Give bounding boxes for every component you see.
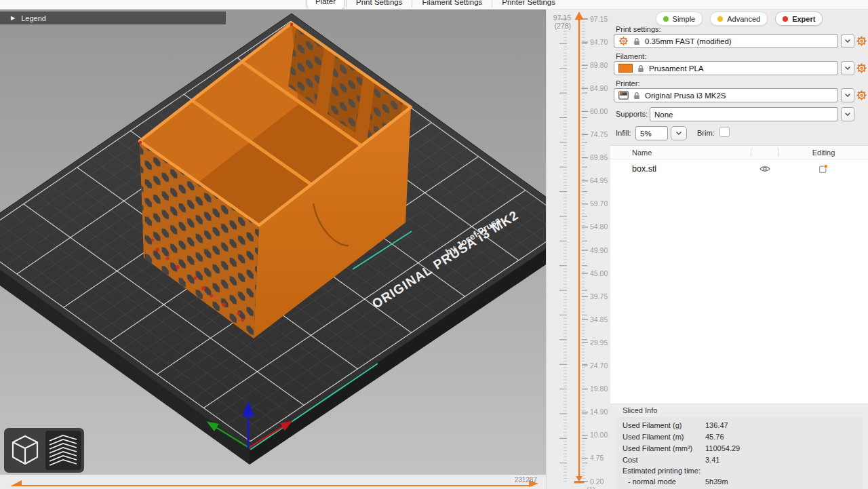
tab-plater[interactable]: Plater	[307, 0, 344, 9]
print-settings-dropdown-button[interactable]	[841, 34, 854, 48]
move-slider-strip: 231287	[0, 475, 546, 489]
layer-tick-label: 49.90	[590, 246, 608, 254]
lock-icon	[633, 37, 640, 45]
layer-slider-track[interactable]: 97.1594.7089.8084.9080.0074.7569.8564.95…	[547, 9, 611, 489]
view-3d-button[interactable]	[7, 431, 43, 470]
object-name: box.stl	[610, 164, 751, 174]
supports-label: Supports:	[616, 110, 648, 118]
legend-expand-icon[interactable]: ▶	[11, 15, 15, 21]
gear-icon	[618, 36, 629, 46]
gear-icon	[856, 90, 867, 101]
printer-gear-button[interactable]	[856, 90, 867, 101]
layer-slider[interactable]: 97.1594.7089.8084.9080.0074.7569.8564.95…	[546, 9, 611, 489]
object-table-header: Name Editing	[610, 146, 868, 159]
infill-value: 5%	[640, 130, 652, 138]
mode-switcher: SimpleAdvancedExpert	[610, 12, 868, 26]
mode-button-simple[interactable]: Simple	[656, 12, 703, 26]
chevron-down-icon	[845, 66, 850, 70]
print-settings-gear-button[interactable]	[856, 35, 867, 47]
supports-combo[interactable]: None	[650, 107, 838, 121]
printer-icon	[618, 91, 629, 100]
chevron-down-icon	[845, 94, 850, 97]
layer-tick-label: 45.00	[590, 269, 608, 277]
tab-separator	[492, 0, 492, 7]
filament-gear-button[interactable]	[856, 62, 867, 74]
tab-print-settings[interactable]: Print Settings	[348, 0, 410, 9]
tab-strip: PlaterPrint SettingsFilament SettingsPri…	[307, 0, 564, 9]
layer-tick-label: 39.75	[590, 292, 608, 300]
sliced-info-row: Used Filament (mm³)110054.29	[616, 442, 863, 454]
settings-panel: SimpleAdvancedExpert Print settings: 0.3…	[610, 9, 868, 489]
filament-label: Filament:	[616, 52, 646, 60]
object-table: Name Editing box.stl	[610, 145, 868, 404]
mode-dot-icon	[783, 16, 788, 22]
layer-tick-label: 59.70	[590, 199, 608, 208]
layer-slider-bottom-handle[interactable]	[576, 476, 583, 482]
filament-color-swatch	[618, 64, 633, 73]
chevron-down-icon	[845, 113, 850, 116]
chevron-down-icon	[845, 39, 850, 43]
layer-tick-label: 14.90	[590, 408, 608, 416]
filament-value: Prusament PLA	[649, 64, 704, 73]
layer-tick-label: 34.85	[590, 315, 608, 324]
viewport-3d[interactable]: ORIGINAL PRUSA i3 MK2 by Josef Prusa	[0, 9, 546, 475]
view-layers-button[interactable]	[45, 431, 81, 470]
mode-button-expert[interactable]: Expert	[775, 12, 823, 26]
sliced-info-title: Sliced Info	[623, 406, 657, 414]
printer-value: Original Prusa i3 MK2S	[645, 92, 726, 100]
filament-dropdown-button[interactable]	[841, 61, 854, 75]
brim-checkbox[interactable]	[719, 127, 730, 137]
infill-label: Infill:	[616, 129, 631, 137]
supports-dropdown-button[interactable]	[841, 107, 854, 121]
prusaslicer-window: PlaterPrint SettingsFilament SettingsPri…	[0, 0, 868, 489]
table-row[interactable]: box.stl	[610, 159, 868, 178]
layer-tick-label: 84.90	[590, 84, 608, 92]
layer-tick-label: 64.95	[590, 176, 608, 184]
layer-slider-top-handle[interactable]	[575, 12, 584, 20]
mode-label: Expert	[792, 15, 815, 23]
gear-icon	[856, 62, 867, 74]
top-tab-bar: PlaterPrint SettingsFilament SettingsPri…	[0, 0, 868, 9]
tab-separator	[346, 0, 347, 7]
layer-tick-label: 97.15	[590, 15, 608, 23]
infill-dropdown-button[interactable]	[671, 126, 687, 140]
gear-icon	[856, 35, 867, 47]
layer-tick-label: 94.70	[590, 38, 608, 46]
filament-combo[interactable]: Prusament PLA	[614, 61, 838, 75]
edit-object-button[interactable]	[778, 164, 868, 174]
mode-button-advanced[interactable]: Advanced	[710, 12, 768, 26]
print-settings-combo[interactable]: 0.35mm FAST (modified)	[614, 34, 838, 48]
layer-tick-label: 10.00	[590, 431, 608, 439]
printer-dropdown-button[interactable]	[841, 88, 854, 102]
layer-tick-label: 54.80	[590, 222, 608, 231]
tab-filament-settings[interactable]: Filament Settings	[414, 0, 490, 9]
eye-icon	[760, 165, 770, 172]
sliced-info-time-header: Estimated printing time:	[616, 465, 863, 475]
tab-separator	[412, 0, 412, 7]
scene-3d: ORIGINAL PRUSA i3 MK2 by Josef Prusa	[0, 9, 546, 475]
lock-icon	[637, 64, 644, 73]
move-slider-left-handle[interactable]	[10, 480, 22, 486]
printer-combo[interactable]: Original Prusa i3 MK2S	[614, 88, 838, 102]
legend-label: Legend	[21, 14, 46, 22]
layer-tick-label: 69.85	[590, 153, 608, 161]
visibility-toggle[interactable]	[751, 165, 778, 172]
sliced-info-row: Used Filament (m)45.76	[616, 431, 863, 442]
legend-bar[interactable]: ▶ Legend	[0, 12, 226, 24]
sliced-info-row: Cost3.41	[616, 454, 863, 465]
column-header-editing: Editing	[779, 149, 868, 157]
cube-icon	[8, 432, 42, 469]
chevron-down-icon	[676, 132, 682, 135]
mode-dot-icon	[717, 16, 723, 22]
print-settings-value: 0.35mm FAST (modified)	[645, 37, 732, 45]
infill-combo[interactable]: 5%	[635, 126, 668, 140]
layer-slider-bottom-layer: (1)	[587, 486, 595, 489]
layer-tick-label: 89.80	[590, 61, 608, 69]
view-mode-switch	[4, 428, 84, 473]
move-slider[interactable]: 231287	[0, 475, 546, 489]
lock-icon	[633, 92, 640, 100]
mode-dot-icon	[663, 16, 669, 22]
layer-tick-label: 29.95	[590, 338, 608, 347]
layer-tick-label: 19.80	[590, 385, 608, 393]
tab-printer-settings[interactable]: Printer Settings	[494, 0, 564, 9]
